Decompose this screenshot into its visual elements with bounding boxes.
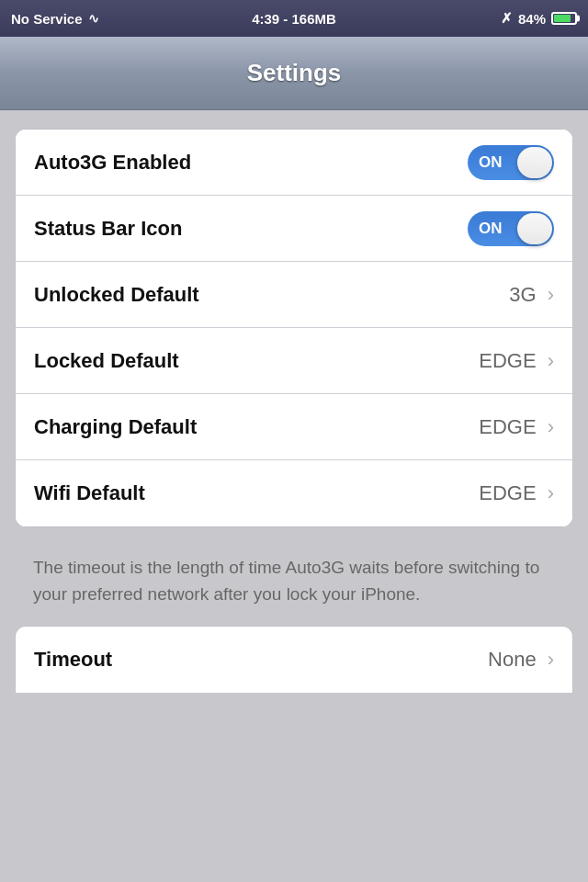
chevron-unlocked-default: › [548,283,554,307]
toggle-label-status-bar-icon: ON [479,220,503,238]
main-content: Auto3G Enabled ON Status Bar Icon ON Unl… [0,110,588,711]
battery-fill [554,15,571,22]
value-right-charging-default: EDGE › [479,415,554,439]
bluetooth-icon: ✗ [501,10,513,27]
row-timeout[interactable]: Timeout None › [16,627,572,693]
value-right-wifi-default: EDGE › [479,481,554,505]
status-left: No Service ∿ [11,11,99,27]
toggle-right-auto3g: ON [468,145,554,180]
value-unlocked-default: 3G [509,283,536,307]
label-unlocked-default: Unlocked Default [34,283,199,307]
row-wifi-default[interactable]: Wifi Default EDGE › [16,460,572,526]
value-right-locked-default: EDGE › [479,349,554,373]
value-wifi-default: EDGE [479,481,536,505]
settings-table: Auto3G Enabled ON Status Bar Icon ON Unl… [15,129,573,527]
value-right-timeout: None › [488,648,554,672]
description-text: The timeout is the length of time Auto3G… [15,546,573,626]
label-auto3g: Auto3G Enabled [34,151,191,175]
chevron-charging-default: › [548,415,554,439]
status-time: 4:39 - 166MB [252,11,336,27]
battery-container [551,12,577,25]
row-auto3g: Auto3G Enabled ON [16,130,572,196]
row-status-bar-icon: Status Bar Icon ON [16,196,572,262]
chevron-wifi-default: › [548,481,554,505]
label-charging-default: Charging Default [34,415,197,439]
nav-title: Settings [247,59,342,87]
no-service-text: No Service [11,11,83,27]
row-locked-default[interactable]: Locked Default EDGE › [16,328,572,394]
label-timeout: Timeout [34,648,112,672]
label-wifi-default: Wifi Default [34,481,145,505]
chevron-timeout: › [548,648,554,672]
row-unlocked-default[interactable]: Unlocked Default 3G › [16,262,572,328]
value-charging-default: EDGE [479,415,536,439]
toggle-knob-status-bar-icon [517,213,552,244]
toggle-right-status-bar-icon: ON [468,211,554,246]
label-status-bar-icon: Status Bar Icon [34,217,182,241]
value-locked-default: EDGE [479,349,536,373]
wifi-icon: ∿ [88,11,99,26]
toggle-label-auto3g: ON [479,153,503,172]
battery-icon [551,12,577,25]
nav-bar: Settings [0,37,588,110]
settings-table-bottom: Timeout None › [15,626,573,693]
toggle-status-bar-icon[interactable]: ON [468,211,554,246]
row-charging-default[interactable]: Charging Default EDGE › [16,394,572,460]
toggle-auto3g[interactable]: ON [468,145,554,180]
value-right-unlocked-default: 3G › [509,283,554,307]
toggle-knob-auto3g [517,147,552,178]
chevron-locked-default: › [548,349,554,373]
label-locked-default: Locked Default [34,349,179,373]
status-bar: No Service ∿ 4:39 - 166MB ✗ 84% [0,0,588,37]
battery-percent: 84% [518,11,546,27]
value-timeout: None [488,648,537,672]
status-right: ✗ 84% [501,10,577,27]
